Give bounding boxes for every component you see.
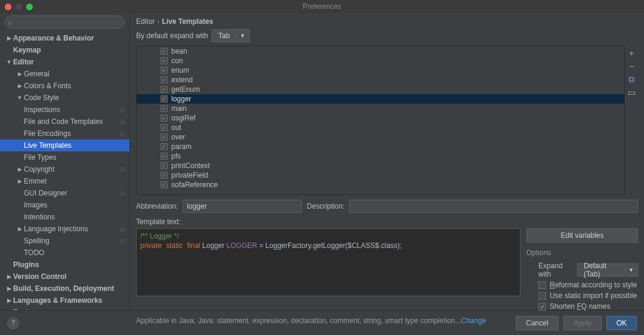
arrow-icon: ▶	[16, 226, 24, 232]
template-item[interactable]: ✓extend	[137, 75, 624, 85]
checkbox-icon[interactable]: ✓	[161, 143, 168, 150]
sidebar-item-file-encodings[interactable]: File Encodings⊟	[0, 128, 130, 139]
sidebar-item-live-templates[interactable]: Live Templates	[0, 139, 130, 151]
sidebar-item-language-injections[interactable]: ▶Language Injections⊟	[0, 223, 130, 235]
help-button[interactable]: ?	[7, 317, 19, 329]
sidebar-item-intentions[interactable]: Intentions	[0, 211, 130, 223]
checkbox-icon[interactable]: ✓	[161, 95, 168, 103]
copy-icon[interactable]: ⧉	[627, 75, 636, 84]
minimize-icon[interactable]	[16, 4, 22, 10]
checkbox-icon[interactable]: ✓	[161, 181, 168, 188]
sidebar-item-version-control[interactable]: ▶Version Control	[0, 271, 130, 283]
template-item[interactable]: ✓main	[137, 104, 624, 113]
template-item[interactable]: ✓printContext	[137, 161, 624, 170]
remove-icon[interactable]: −	[627, 61, 636, 71]
checkbox-icon[interactable]: ✓	[161, 57, 168, 64]
template-name: param	[171, 142, 192, 151]
change-link[interactable]: Change	[461, 317, 486, 325]
template-item[interactable]: ✓pfs	[137, 151, 624, 161]
expand-value: Tab	[212, 32, 236, 40]
template-name: out	[171, 123, 181, 132]
template-item[interactable]: ✓enum	[137, 66, 624, 75]
checkbox-icon[interactable]: ✓	[161, 162, 168, 169]
sidebar-item-appearance-behavior[interactable]: ▶Appearance & Behavior	[0, 32, 130, 44]
template-item[interactable]: ✓bean	[137, 46, 624, 56]
sidebar-item-label: File Types	[24, 153, 56, 162]
sidebar-item-emmet[interactable]: ▶Emmet	[0, 175, 130, 187]
config-icon: ⊟	[120, 119, 125, 125]
template-item[interactable]: ✓sofaReference	[137, 180, 624, 190]
checkbox-icon[interactable]: ✓	[161, 76, 168, 83]
sidebar-item-inspections[interactable]: Inspections⊟	[0, 104, 130, 116]
template-item[interactable]: ✓osgiRef	[137, 113, 624, 123]
traffic-lights	[0, 4, 33, 10]
sidebar-item-editor[interactable]: ▼Editor	[0, 56, 130, 68]
checkbox-icon	[538, 281, 546, 289]
sidebar-item-tools[interactable]: ▶Tools	[0, 306, 130, 310]
checkbox-icon[interactable]: ✓	[161, 86, 168, 93]
sidebar-item-copyright[interactable]: ▶Copyright⊟	[0, 163, 130, 175]
close-icon[interactable]	[5, 4, 11, 10]
sidebar-item-code-style[interactable]: ▼Code Style	[0, 92, 130, 104]
description-label: Description:	[307, 202, 344, 210]
zoom-icon[interactable]	[26, 4, 33, 10]
sidebar-item-keymap[interactable]: Keymap	[0, 44, 130, 56]
checkbox-icon[interactable]: ✓	[161, 172, 168, 179]
sidebar-item-spelling[interactable]: Spelling⊟	[0, 235, 130, 247]
sidebar-item-plugins[interactable]: Plugins	[0, 259, 130, 271]
template-item[interactable]: ✓privateField	[137, 170, 624, 180]
checkbox-icon[interactable]: ✓	[161, 124, 168, 131]
arrow-icon: ▶	[16, 71, 24, 77]
settings-tree: ▶Appearance & BehaviorKeymap▼Editor▶Gene…	[0, 31, 130, 310]
abbreviation-input[interactable]	[183, 200, 302, 213]
edit-variables-button[interactable]: Edit variables	[526, 228, 638, 243]
option-expand-value: Default (Tab)	[578, 262, 624, 278]
template-item[interactable]: ✓out	[137, 123, 624, 132]
checkbox-icon[interactable]: ✓	[161, 153, 168, 160]
option-expand-select[interactable]: Default (Tab) ▼	[577, 263, 638, 277]
sidebar-item-images[interactable]: Images	[0, 199, 130, 211]
config-icon: ⊟	[120, 131, 125, 137]
template-list[interactable]: ✓bean✓con✓enum✓extend✓getEnum✓logger✓mai…	[136, 46, 625, 195]
template-item[interactable]: ✓over	[137, 132, 624, 142]
arrow-icon: ▼	[5, 59, 13, 65]
sidebar-item-label: Copyright	[24, 165, 54, 173]
expand-select[interactable]: Tab ▼	[212, 29, 249, 42]
chevron-down-icon: ▼	[236, 33, 249, 39]
add-icon[interactable]: +	[627, 48, 636, 58]
breadcrumb-root: Editor	[136, 17, 155, 26]
option-static-import[interactable]: Use static import if possible	[526, 290, 638, 301]
arrow-icon: ▶	[16, 166, 24, 172]
template-item[interactable]: ✓param	[137, 142, 624, 151]
option-reformat[interactable]: Reformat according to style	[526, 280, 638, 290]
list-toolbar: + − ⧉ ▭	[625, 46, 638, 195]
checkbox-icon[interactable]: ✓	[161, 105, 168, 112]
config-icon: ⊟	[120, 166, 125, 173]
template-editor[interactable]: /** Logger */ private static final Logge…	[136, 228, 520, 296]
checkbox-icon[interactable]: ✓	[161, 134, 168, 141]
sidebar-item-languages-frameworks[interactable]: ▶Languages & Frameworks	[0, 294, 130, 306]
sidebar-item-file-and-code-templates[interactable]: File and Code Templates⊟	[0, 116, 130, 128]
duplicate-icon[interactable]: ▭	[627, 88, 636, 97]
sidebar-item-file-types[interactable]: File Types	[0, 151, 130, 163]
description-input[interactable]	[349, 200, 638, 213]
sidebar-item-general[interactable]: ▶General	[0, 68, 130, 80]
template-name: privateField	[171, 171, 208, 179]
arrow-icon: ▶	[5, 309, 13, 310]
template-item[interactable]: ✓logger	[137, 94, 624, 104]
search-input[interactable]	[5, 15, 125, 29]
sidebar-item-build-execution-deployment[interactable]: ▶Build, Execution, Deployment	[0, 283, 130, 294]
checkbox-icon[interactable]: ✓	[161, 67, 168, 74]
checkbox-icon[interactable]: ✓	[161, 48, 168, 55]
expand-label: By default expand with	[136, 32, 208, 40]
sidebar-item-label: Code Style	[24, 94, 59, 102]
checkbox-icon[interactable]: ✓	[161, 114, 168, 122]
sidebar-item-todo[interactable]: TODO	[0, 247, 130, 259]
template-item[interactable]: ✓getEnum	[137, 85, 624, 94]
option-shorten-fq[interactable]: ✓Shorten FQ names	[526, 301, 638, 312]
sidebar-item-label: Plugins	[13, 260, 39, 269]
sidebar-item-gui-designer[interactable]: GUI Designer⊟	[0, 187, 130, 199]
sidebar-item-colors-fonts[interactable]: ▶Colors & Fonts	[0, 80, 130, 92]
template-item[interactable]: ✓con	[137, 56, 624, 66]
sidebar-item-label: General	[24, 70, 50, 78]
